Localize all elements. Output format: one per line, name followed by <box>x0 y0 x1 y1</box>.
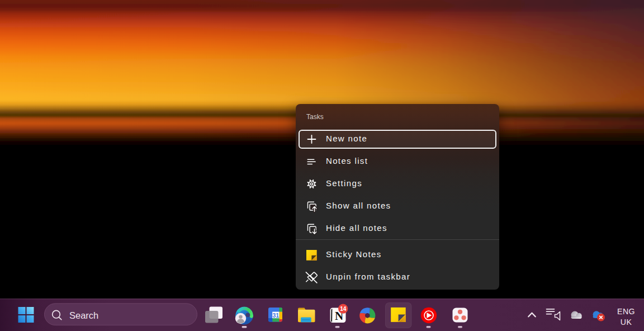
svg-text:ENG: ENG <box>617 307 635 316</box>
svg-text:14: 14 <box>340 306 347 312</box>
svg-text:UK: UK <box>621 318 632 327</box>
svg-text:31: 31 <box>272 312 279 319</box>
svg-text:Search: Search <box>69 310 98 320</box>
